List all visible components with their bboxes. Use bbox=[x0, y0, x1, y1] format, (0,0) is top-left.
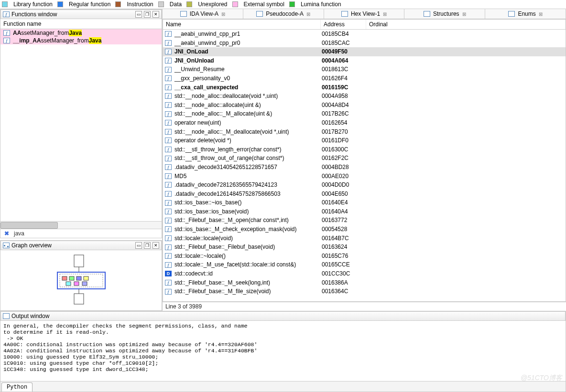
tab-label: Enums bbox=[518, 11, 535, 17]
name-row[interactable]: fstd::__node_alloc::deallocate(void *,ui… bbox=[163, 92, 566, 101]
close-icon[interactable]: ✕ bbox=[152, 242, 159, 249]
name-row[interactable]: fstd::_Filebuf_base::_M_seek(long,int)00… bbox=[163, 278, 566, 287]
name-label: .datadiv_decode7281263565579424123 bbox=[174, 180, 277, 190]
name-label: std::locale::locale(void) bbox=[174, 234, 233, 243]
name-row[interactable]: fstd::ios_base::ios_base(void)001640A4 bbox=[163, 207, 566, 216]
function-row[interactable]: f__imp_AAssetManager_fromJava bbox=[0, 37, 162, 44]
output-window-header[interactable]: Output window bbox=[0, 311, 566, 321]
tab-icon bbox=[424, 11, 430, 17]
name-row[interactable]: fstd::__stl_throw_out_of_range(char cons… bbox=[163, 154, 566, 163]
name-row[interactable]: fJNI_OnLoad00049F50 bbox=[163, 47, 566, 56]
name-row[interactable]: f.datadiv_decode126148457528758665030004… bbox=[163, 190, 566, 199]
name-row[interactable]: fstd::__node_alloc::_M_deallocate(void *… bbox=[163, 127, 566, 137]
name-row[interactable]: fstd::_Filebuf_base::_M_open(char const*… bbox=[163, 216, 566, 225]
name-row[interactable]: fstd::__stl_throw_length_error(char cons… bbox=[163, 145, 566, 154]
minimize-icon[interactable]: ▭ bbox=[135, 242, 142, 249]
name-label: __Unwind_Resume bbox=[174, 65, 225, 74]
name-row[interactable]: fstd::__node_alloc::allocate(uint &)0004… bbox=[163, 101, 566, 110]
tab-close-icon[interactable]: ⊠ bbox=[462, 11, 466, 17]
legend-item: Unexplored bbox=[186, 1, 227, 8]
name-label: std::_Filebuf_base::_M_file_size(void) bbox=[174, 287, 271, 296]
name-address: 00185CB4 bbox=[321, 30, 366, 39]
tab[interactable]: Pseudocode-A⊠ bbox=[243, 9, 324, 19]
functions-window-header[interactable]: f Functions window ▭ ❐ ✕ bbox=[0, 10, 162, 19]
name-address: 0016300C bbox=[321, 145, 366, 154]
name-address: 0017B26C bbox=[321, 109, 366, 118]
name-row[interactable]: fstd::_Filebuf_base::_Filebuf_base(void)… bbox=[163, 243, 566, 252]
col-name[interactable]: Name bbox=[163, 20, 321, 29]
name-row[interactable]: Dstd::codecvt::id001CC30C bbox=[163, 269, 566, 278]
tab-close-icon[interactable]: ⊠ bbox=[221, 11, 225, 17]
functions-scrollbar[interactable] bbox=[0, 221, 162, 229]
filter-clear-icon[interactable]: ✖ bbox=[2, 230, 11, 237]
output-window-title: Output window bbox=[11, 313, 563, 319]
names-table[interactable]: Name Address Ordinal f__aeabi_unwind_cpp… bbox=[163, 19, 566, 302]
svg-rect-10 bbox=[82, 282, 87, 286]
graph-overview-canvas[interactable] bbox=[0, 250, 162, 310]
col-ordinal[interactable]: Ordinal bbox=[366, 20, 566, 29]
name-row[interactable]: foperator delete(void *)00161DF0 bbox=[163, 136, 566, 145]
function-icon: f bbox=[165, 75, 172, 81]
function-icon: f bbox=[165, 218, 172, 223]
minimize-icon[interactable]: ▭ bbox=[135, 11, 142, 18]
close-icon[interactable]: ✕ bbox=[152, 11, 159, 18]
function-icon: f bbox=[165, 235, 172, 241]
graph-overview-title: Graph overview bbox=[11, 242, 133, 249]
name-row[interactable]: f.datadiv_decode31405426512285716570004B… bbox=[163, 163, 566, 172]
graph-overview-header[interactable]: Graph overview ▭ ❐ ✕ bbox=[0, 241, 162, 250]
name-row[interactable]: f__Unwind_Resume0018613C bbox=[163, 65, 566, 74]
name-row[interactable]: fstd::ios_base::_M_check_exception_mask(… bbox=[163, 225, 566, 234]
name-address: 0016364C bbox=[321, 287, 366, 296]
function-icon: f bbox=[165, 156, 172, 161]
tab[interactable]: IDA View-A⊠ bbox=[163, 9, 243, 19]
name-row[interactable]: f__aeabi_unwind_cpp_pr000185CAC bbox=[163, 39, 566, 48]
restore-icon[interactable]: ❐ bbox=[144, 242, 151, 249]
function-icon: f bbox=[3, 38, 10, 43]
svg-rect-0 bbox=[74, 255, 84, 267]
python-tab[interactable]: Python bbox=[1, 382, 33, 392]
output-tabbar: Python bbox=[0, 381, 566, 392]
name-row[interactable]: fstd::locale::_M_use_facet(std::locale::… bbox=[163, 260, 566, 269]
name-address: 0004D0D0 bbox=[321, 180, 366, 190]
name-row[interactable]: fstd::_Filebuf_base::_M_file_size(void)0… bbox=[163, 287, 566, 296]
name-label: operator new(uint) bbox=[174, 118, 221, 127]
functions-list[interactable]: fAAssetManager_fromJavaf__imp_AAssetMana… bbox=[0, 29, 162, 221]
tab[interactable]: Hex View-1⊠ bbox=[324, 9, 405, 19]
svg-rect-6 bbox=[76, 276, 81, 280]
tab-close-icon[interactable]: ⊠ bbox=[383, 11, 387, 17]
restore-icon[interactable]: ❐ bbox=[144, 11, 151, 18]
tab[interactable]: Enums⊠ bbox=[485, 9, 566, 19]
tab-close-icon[interactable]: ⊠ bbox=[539, 11, 543, 17]
name-address: 0004A064 bbox=[321, 56, 366, 65]
col-address[interactable]: Address bbox=[321, 20, 366, 29]
filter-text[interactable]: java bbox=[14, 230, 160, 237]
functions-column-header[interactable]: Function name bbox=[0, 19, 162, 29]
name-row[interactable]: fstd::ios_base::~ios_base()001640E4 bbox=[163, 198, 566, 207]
name-row[interactable]: fJNI_OnUnload0004A064 bbox=[163, 56, 566, 65]
name-row[interactable]: fMD5000AE020 bbox=[163, 172, 566, 181]
legend-item: Instruction bbox=[115, 1, 153, 8]
name-address: 00185CAC bbox=[321, 39, 366, 48]
svg-rect-12 bbox=[74, 294, 84, 304]
name-row[interactable]: fstd::locale::locale(void)00164B7C bbox=[163, 234, 566, 243]
name-row[interactable]: fstd::__node_alloc::_M_allocate(uint &)0… bbox=[163, 109, 566, 118]
names-header[interactable]: Name Address Ordinal bbox=[163, 20, 566, 30]
function-row[interactable]: fAAssetManager_fromJava bbox=[0, 29, 162, 37]
name-label: std::__node_alloc::_M_deallocate(void *,… bbox=[174, 127, 289, 137]
tab-icon bbox=[341, 11, 348, 17]
name-row[interactable]: fstd::locale::~locale()00165C76 bbox=[163, 252, 566, 261]
name-row[interactable]: f__gxx_personality_v0001626F4 bbox=[163, 74, 566, 83]
name-label: std::locale::_M_use_facet(std::locale::i… bbox=[174, 260, 296, 269]
name-address: 0016159C bbox=[321, 83, 366, 92]
name-row[interactable]: foperator new(uint)00162654 bbox=[163, 118, 566, 127]
output-text[interactable]: In general, the decompiler checks the se… bbox=[0, 321, 566, 381]
name-row[interactable]: f__cxa_call_unexpected0016159C bbox=[163, 83, 566, 92]
tab[interactable]: Structures⊠ bbox=[404, 9, 485, 19]
function-icon: f bbox=[165, 102, 172, 108]
name-label: std::ios_base::_M_check_exception_mask(v… bbox=[174, 225, 296, 234]
name-address: 001626F4 bbox=[321, 74, 366, 83]
name-row[interactable]: f__aeabi_unwind_cpp_pr100185CB4 bbox=[163, 30, 566, 39]
tab-close-icon[interactable]: ⊠ bbox=[306, 11, 310, 17]
name-row[interactable]: f.datadiv_decode72812635655794241230004D… bbox=[163, 180, 566, 190]
name-address: 0018613C bbox=[321, 65, 366, 74]
